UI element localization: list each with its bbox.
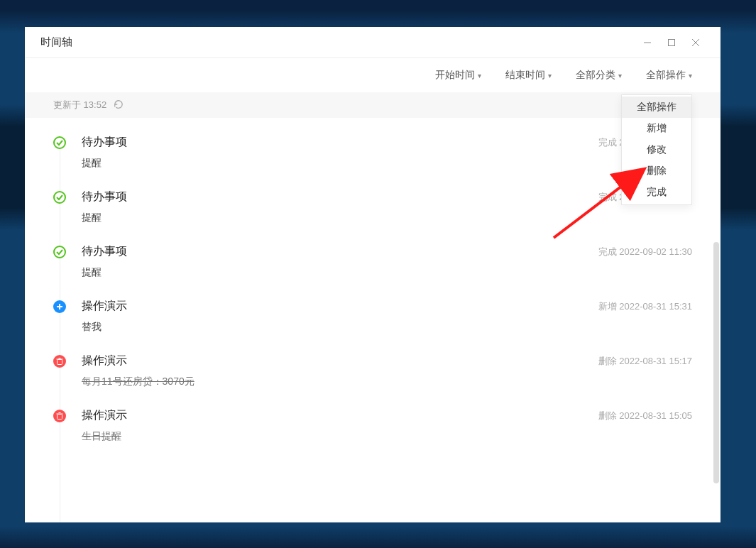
chevron-down-icon: ▾ — [548, 72, 552, 80]
item-title: 待办事项 — [82, 135, 598, 150]
dropdown-option-all[interactable]: 全部操作 — [622, 97, 691, 118]
filter-start-time[interactable]: 开始时间 ▾ — [435, 69, 481, 82]
minimize-button[interactable] — [635, 27, 659, 58]
item-subtitle: 提醒 — [82, 157, 598, 170]
app-window: 时间轴 开始时间 ▾ 结束时间 ▾ 全部分类 ▾ 全部操作 ▾ 更新于 13 — [25, 27, 721, 522]
item-meta: 删除 2022-08-31 15:17 — [598, 354, 692, 388]
dropdown-option-done[interactable]: 完成 — [622, 182, 691, 203]
update-time-text: 更新于 13:52 — [53, 99, 106, 111]
item-title: 操作演示 — [82, 299, 598, 314]
dropdown-option-add[interactable]: 新增 — [622, 118, 691, 139]
filter-category[interactable]: 全部分类 ▾ — [576, 69, 622, 82]
complete-icon — [53, 246, 66, 258]
delete-icon — [53, 355, 66, 368]
svg-point-5 — [54, 192, 65, 203]
refresh-icon[interactable] — [114, 99, 124, 111]
filter-end-label: 结束时间 — [505, 69, 545, 82]
update-bar: 更新于 13:52 — [25, 92, 721, 118]
item-meta: 完成 2022-09-02 11:30 — [598, 244, 692, 279]
dropdown-option-delete[interactable]: 删除 — [622, 160, 691, 182]
timeline-item: 操作演示 生日提醒 删除 2022-08-31 15:05 — [25, 401, 721, 456]
item-subtitle: 提醒 — [82, 212, 598, 224]
operation-dropdown: 全部操作 新增 修改 删除 完成 — [621, 94, 692, 205]
chevron-down-icon: ▾ — [478, 72, 481, 80]
window-title: 时间轴 — [40, 35, 72, 49]
svg-rect-10 — [57, 415, 62, 420]
timeline-item: 待办事项 提醒 完成 2022-09-02 12:42 — [25, 182, 721, 237]
item-title: 待办事项 — [82, 244, 598, 259]
add-icon — [53, 300, 66, 313]
item-subtitle: 生日提醒 — [82, 430, 598, 443]
svg-rect-7 — [57, 360, 62, 365]
maximize-button[interactable] — [659, 27, 684, 58]
filter-start-label: 开始时间 — [435, 69, 475, 82]
item-title: 待办事项 — [82, 190, 598, 204]
complete-icon — [53, 136, 66, 149]
close-button[interactable] — [684, 27, 708, 58]
timeline-item: 操作演示 替我 新增 2022-08-31 15:31 — [25, 292, 721, 346]
chevron-down-icon: ▾ — [689, 72, 692, 80]
filter-bar: 开始时间 ▾ 结束时间 ▾ 全部分类 ▾ 全部操作 ▾ — [25, 58, 721, 92]
filter-operation-label: 全部操作 — [646, 69, 686, 82]
filter-operation[interactable]: 全部操作 ▾ — [646, 69, 692, 82]
dropdown-option-modify[interactable]: 修改 — [622, 139, 691, 160]
timeline-item: 待办事项 提醒 完成 2022-09-02 11:30 — [25, 237, 721, 292]
chevron-down-icon: ▾ — [618, 72, 622, 80]
item-meta: 新增 2022-08-31 15:31 — [598, 299, 692, 334]
svg-point-6 — [54, 246, 65, 258]
svg-point-4 — [54, 137, 65, 148]
item-title: 操作演示 — [82, 354, 598, 368]
item-subtitle: 替我 — [82, 321, 598, 334]
filter-category-label: 全部分类 — [576, 69, 615, 82]
timeline-item: 操作演示 每月11号还房贷：3070元 删除 2022-08-31 15:17 — [25, 346, 721, 401]
timeline-list: 待办事项 提醒 完成 2022-09-02 12:46 待办事项 提醒 完成 2… — [25, 118, 721, 522]
titlebar: 时间轴 — [25, 27, 721, 58]
item-subtitle: 提醒 — [82, 266, 598, 279]
delete-icon — [53, 410, 66, 422]
filter-end-time[interactable]: 结束时间 ▾ — [505, 69, 552, 82]
complete-icon — [53, 191, 66, 204]
item-meta: 删除 2022-08-31 15:05 — [598, 408, 692, 443]
timeline-item: 待办事项 提醒 完成 2022-09-02 12:46 — [25, 128, 721, 182]
svg-rect-1 — [669, 39, 675, 45]
item-subtitle: 每月11号还房贷：3070元 — [82, 376, 598, 388]
item-title: 操作演示 — [82, 408, 598, 423]
